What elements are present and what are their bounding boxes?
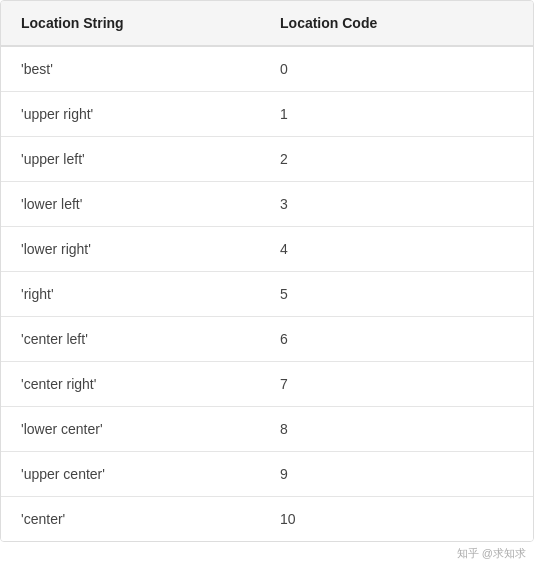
table-row: 'best'0	[1, 46, 533, 92]
cell-location-code: 5	[260, 272, 533, 317]
cell-location-code: 9	[260, 452, 533, 497]
header-location-string: Location String	[1, 1, 260, 46]
cell-location-string: 'center right'	[1, 362, 260, 407]
cell-location-code: 7	[260, 362, 533, 407]
table-row: 'lower left'3	[1, 182, 533, 227]
header-location-code: Location Code	[260, 1, 533, 46]
table-row: 'upper right'1	[1, 92, 533, 137]
table-row: 'center right'7	[1, 362, 533, 407]
table-row: 'center left'6	[1, 317, 533, 362]
cell-location-string: 'lower center'	[1, 407, 260, 452]
cell-location-string: 'best'	[1, 46, 260, 92]
cell-location-code: 4	[260, 227, 533, 272]
cell-location-string: 'right'	[1, 272, 260, 317]
location-table: Location String Location Code 'best'0'up…	[0, 0, 534, 542]
table-row: 'upper center'9	[1, 452, 533, 497]
table-row: 'right'5	[1, 272, 533, 317]
cell-location-string: 'lower right'	[1, 227, 260, 272]
cell-location-string: 'center'	[1, 497, 260, 542]
cell-location-string: 'upper left'	[1, 137, 260, 182]
table-row: 'upper left'2	[1, 137, 533, 182]
table-row: 'lower center'8	[1, 407, 533, 452]
cell-location-code: 10	[260, 497, 533, 542]
cell-location-code: 1	[260, 92, 533, 137]
cell-location-string: 'center left'	[1, 317, 260, 362]
cell-location-string: 'upper right'	[1, 92, 260, 137]
cell-location-string: 'upper center'	[1, 452, 260, 497]
cell-location-code: 0	[260, 46, 533, 92]
cell-location-string: 'lower left'	[1, 182, 260, 227]
table-row: 'lower right'4	[1, 227, 533, 272]
cell-location-code: 6	[260, 317, 533, 362]
cell-location-code: 2	[260, 137, 533, 182]
cell-location-code: 8	[260, 407, 533, 452]
table-header-row: Location String Location Code	[1, 1, 533, 46]
cell-location-code: 3	[260, 182, 533, 227]
watermark: 知乎 @求知求	[0, 542, 534, 563]
table-row: 'center'10	[1, 497, 533, 542]
